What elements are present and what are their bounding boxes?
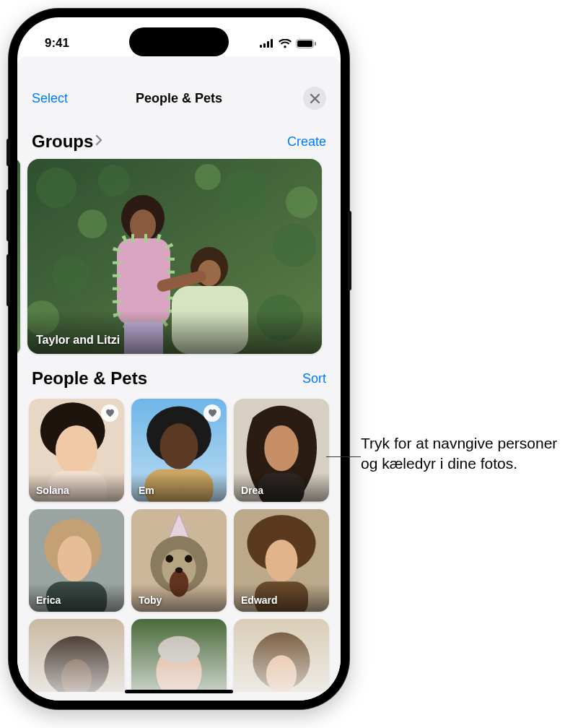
tile-label: Edward	[241, 594, 278, 606]
svg-point-54	[175, 567, 183, 573]
favorite-badge	[203, 404, 221, 422]
person-photo	[29, 619, 124, 692]
person-tile-edward[interactable]: Edward	[234, 509, 329, 612]
nav-bar: Select People & Pets	[17, 78, 341, 117]
sort-button[interactable]: Sort	[302, 371, 326, 386]
svg-point-66	[158, 636, 200, 663]
svg-point-12	[52, 256, 89, 293]
group-card-label: Taylor and Litzi	[36, 334, 120, 347]
svg-point-69	[266, 655, 297, 692]
wifi-icon	[279, 39, 292, 48]
heart-icon	[105, 409, 115, 417]
close-icon	[310, 94, 320, 103]
scroll-content[interactable]: Groups Create	[17, 117, 341, 692]
person-tile-toby[interactable]: Toby	[131, 509, 227, 612]
heart-icon	[208, 409, 217, 417]
groups-header: Groups Create	[29, 117, 329, 159]
power-button	[348, 211, 351, 290]
svg-rect-2	[267, 41, 269, 48]
favorite-badge	[101, 404, 118, 422]
tile-label: Drea	[241, 485, 263, 496]
svg-rect-5	[297, 40, 312, 47]
people-title: People & Pets	[32, 368, 147, 389]
groups-title-label: Groups	[32, 131, 93, 152]
svg-rect-64	[131, 619, 227, 692]
person-photo	[234, 619, 329, 692]
tile-label: Erica	[36, 594, 61, 606]
svg-point-62	[44, 636, 109, 692]
person-tile-em[interactable]: Em	[131, 399, 227, 502]
group-card-peek[interactable]	[17, 159, 20, 354]
svg-rect-67	[234, 619, 329, 692]
svg-point-14	[78, 209, 107, 238]
groups-title[interactable]: Groups	[32, 131, 103, 152]
people-header: People & Pets Sort	[29, 354, 329, 396]
callout-leader-line	[326, 456, 361, 457]
page-title: People & Pets	[82, 91, 276, 106]
volume-up-button	[6, 189, 10, 241]
home-indicator[interactable]	[125, 690, 233, 693]
svg-point-8	[36, 168, 76, 208]
svg-point-52	[166, 555, 174, 563]
person-tile-drea[interactable]: Drea	[234, 399, 329, 502]
group-card[interactable]: Taylor and Litzi	[27, 159, 322, 354]
person-tile-partial[interactable]	[131, 619, 227, 692]
svg-point-16	[286, 186, 318, 218]
person-photo	[131, 619, 227, 692]
tile-label: Solana	[36, 485, 69, 496]
svg-point-65	[156, 646, 201, 692]
tile-label: Toby	[139, 594, 162, 606]
person-tile-partial[interactable]	[29, 619, 124, 692]
people-grid: Solana E	[29, 399, 329, 692]
person-tile-partial[interactable]	[234, 619, 329, 692]
svg-rect-1	[263, 43, 266, 48]
side-button	[6, 139, 10, 166]
svg-point-35	[160, 423, 198, 469]
svg-point-44	[58, 536, 92, 581]
cellular-icon	[260, 39, 274, 48]
svg-rect-6	[315, 42, 316, 46]
chevron-right-icon	[95, 134, 103, 150]
phone-frame: 9:41 Select People & Pets	[9, 9, 349, 709]
tile-label: Em	[139, 485, 154, 496]
svg-rect-27	[27, 311, 322, 354]
content-area: Select People & Pets Groups	[17, 56, 341, 701]
people-title-label: People & Pets	[32, 368, 147, 389]
svg-point-58	[266, 540, 298, 581]
svg-rect-61	[29, 619, 124, 692]
svg-point-63	[61, 659, 92, 692]
svg-point-15	[195, 164, 221, 190]
screen: 9:41 Select People & Pets	[17, 17, 341, 701]
group-photo	[27, 159, 322, 354]
svg-rect-0	[260, 45, 262, 48]
svg-point-39	[264, 425, 299, 471]
svg-point-9	[98, 165, 130, 196]
status-indicators	[260, 39, 316, 48]
close-button[interactable]	[303, 87, 326, 110]
svg-point-53	[185, 555, 193, 563]
person-tile-solana[interactable]: Solana	[29, 399, 124, 502]
volume-down-button	[6, 254, 10, 306]
groups-row[interactable]: Taylor and Litzi	[17, 159, 329, 354]
create-button[interactable]: Create	[287, 134, 326, 150]
person-tile-erica[interactable]: Erica	[29, 509, 124, 612]
callout-text: Tryk for at navngive personer og kæledyr…	[361, 433, 570, 474]
select-button[interactable]: Select	[32, 91, 82, 106]
svg-point-11	[273, 224, 316, 267]
svg-rect-3	[271, 39, 273, 48]
svg-point-30	[56, 425, 97, 475]
svg-point-10	[219, 170, 268, 220]
status-time: 9:41	[45, 36, 69, 51]
battery-icon	[296, 39, 316, 48]
svg-point-68	[253, 633, 310, 690]
dynamic-island	[129, 27, 229, 56]
